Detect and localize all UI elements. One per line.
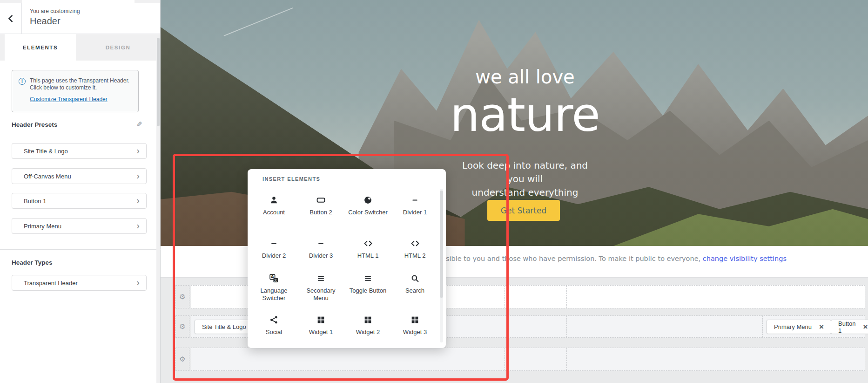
element-divider-1[interactable]: Divider 1 <box>391 190 438 233</box>
row-settings-button-primary[interactable]: ⚙ <box>175 315 189 338</box>
divider-icon <box>269 238 278 249</box>
chip-site-title-logo[interactable]: Site Title & Logo <box>195 320 254 334</box>
element-widget-1[interactable]: Widget 1 <box>297 309 344 344</box>
edit-presets-icon[interactable]: ✎ <box>136 120 142 129</box>
chip-label: Button 1 <box>838 320 856 334</box>
sidebar-scrollbar[interactable] <box>156 34 160 383</box>
hero-title-line2: nature <box>385 88 665 142</box>
html-icon <box>410 238 420 249</box>
element-html-2[interactable]: HTML 2 <box>391 233 438 268</box>
insert-elements-grid: Account Button 2 Color Switcher Divider … <box>250 190 439 344</box>
tab-design[interactable]: DESIGN <box>76 34 160 61</box>
chip-label: Primary Menu <box>774 323 812 330</box>
customizer-sidebar: You are customizing Header ELEMENTS DESI… <box>0 0 161 383</box>
hero-title-line1: we all love <box>455 66 595 88</box>
scrollbar-thumb[interactable] <box>440 191 443 298</box>
chip-label: Site Title & Logo <box>202 323 246 330</box>
customizing-label: You are customizing <box>30 8 80 14</box>
popup-title: INSERT ELEMENTS <box>262 176 320 182</box>
element-toggle-button[interactable]: Toggle Button <box>344 268 391 309</box>
zone-divider <box>505 286 505 308</box>
element-button-2[interactable]: Button 2 <box>297 190 344 233</box>
svg-text:文: 文 <box>274 278 277 282</box>
zone-divider <box>566 286 567 308</box>
element-html-1[interactable]: HTML 1 <box>344 233 391 268</box>
chip-button-1[interactable]: Button 1 × <box>831 320 868 334</box>
preset-site-title-logo[interactable]: Site Title & Logo › <box>12 143 147 159</box>
visibility-notice: sible to you and those who have permissi… <box>446 255 787 262</box>
type-transparent-header[interactable]: Transparent Header › <box>12 275 147 291</box>
element-color-switcher[interactable]: Color Switcher <box>344 190 391 233</box>
element-language-switcher[interactable]: A文 Language Switcher <box>250 268 297 309</box>
remove-icon[interactable]: × <box>819 323 824 331</box>
share-icon <box>269 314 278 325</box>
header-presets-heading: Header Presets <box>12 121 57 128</box>
toggle-icon <box>363 273 372 284</box>
chevron-right-icon: › <box>136 171 140 180</box>
header-presets-heading-row: Header Presets ✎ <box>12 120 142 129</box>
search-icon <box>410 273 419 284</box>
scrollbar-thumb[interactable] <box>157 38 160 126</box>
remove-icon[interactable]: × <box>863 323 868 331</box>
preset-off-canvas-menu[interactable]: Off-Canvas Menu › <box>12 168 147 184</box>
element-secondary-menu[interactable]: Secondary Menu <box>297 268 344 309</box>
chevron-left-icon <box>7 14 14 23</box>
builder-row-below[interactable] <box>191 348 865 371</box>
customize-transparent-header-link[interactable]: Customize Transparent Header <box>30 96 108 103</box>
element-widget-2[interactable]: Widget 2 <box>344 309 391 344</box>
menu-icon <box>316 273 325 284</box>
gear-icon: ⚙ <box>179 322 185 331</box>
type-label: Transparent Header <box>24 280 78 287</box>
widget-icon <box>363 314 372 325</box>
divider-icon <box>316 238 325 249</box>
language-switcher-icon: A文 <box>269 273 278 284</box>
color-switcher-icon <box>363 194 372 205</box>
element-divider-3[interactable]: Divider 3 <box>297 233 344 268</box>
tab-bar: ELEMENTS DESIGN <box>0 34 160 61</box>
preset-button-1[interactable]: Button 1 › <box>12 193 147 209</box>
row-settings-button-above[interactable]: ⚙ <box>175 285 189 308</box>
widget-icon <box>316 314 325 325</box>
zone-divider <box>762 316 763 337</box>
gear-icon: ⚙ <box>179 293 185 301</box>
element-search[interactable]: Search <box>391 268 438 309</box>
back-button[interactable] <box>0 3 22 34</box>
hero-subtitle-line1: Look deep into nature, and you will <box>462 160 588 185</box>
chip-primary-menu[interactable]: Primary Menu × <box>767 320 831 334</box>
customizer-root: You are customizing Header ELEMENTS DESI… <box>0 0 868 383</box>
transparent-header-notice: i This page uses the Transparent Header.… <box>12 70 139 112</box>
widget-icon <box>410 314 419 325</box>
insert-elements-popup: INSERT ELEMENTS Account Button 2 Color S… <box>248 169 446 348</box>
info-icon: i <box>19 78 26 85</box>
chevron-right-icon: › <box>136 278 140 287</box>
account-icon <box>269 194 278 205</box>
preset-label: Off-Canvas Menu <box>24 173 71 180</box>
header-types-heading: Header Types <box>12 259 53 266</box>
get-started-button[interactable]: Get Started <box>487 200 560 221</box>
preset-label: Site Title & Logo <box>24 148 68 155</box>
chevron-right-icon: › <box>136 221 140 230</box>
top-strip <box>0 0 160 3</box>
panel-title: Header <box>30 16 80 27</box>
chevron-right-icon: › <box>136 196 140 205</box>
popup-scrollbar[interactable] <box>440 189 443 342</box>
tab-elements[interactable]: ELEMENTS <box>5 34 76 61</box>
zone-divider <box>566 348 567 370</box>
change-visibility-settings-link[interactable]: change visibility settings <box>703 255 787 262</box>
divider-icon <box>410 194 419 205</box>
visibility-notice-text: sible to you and those who have permissi… <box>446 255 703 262</box>
preset-label: Primary Menu <box>24 223 61 230</box>
element-widget-3[interactable]: Widget 3 <box>391 309 438 344</box>
element-divider-2[interactable]: Divider 2 <box>250 233 297 268</box>
row-settings-button-below[interactable]: ⚙ <box>175 348 189 371</box>
element-social[interactable]: Social <box>250 309 297 344</box>
sidebar-header: You are customizing Header <box>0 3 160 34</box>
element-account[interactable]: Account <box>250 190 297 233</box>
gear-icon: ⚙ <box>179 355 185 363</box>
notice-text: This page uses the Transparent Header. C… <box>30 77 132 91</box>
zone-divider <box>566 316 567 337</box>
html-icon <box>363 238 373 249</box>
header-types-heading-row: Header Types <box>12 259 142 266</box>
section-divider <box>0 249 161 250</box>
preset-primary-menu[interactable]: Primary Menu › <box>12 218 147 234</box>
